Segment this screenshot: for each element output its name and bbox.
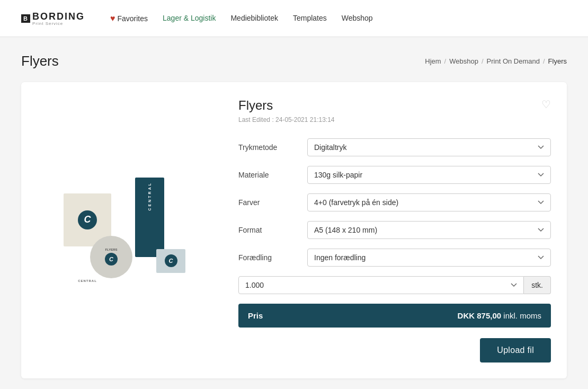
breadcrumb-sep-1: / bbox=[444, 57, 447, 65]
mock-circle: FLYERS C bbox=[90, 236, 132, 278]
foraedling-row: Forædling Ingen forædling Mat laminering… bbox=[238, 249, 551, 267]
breadcrumb-webshop[interactable]: Webshop bbox=[449, 57, 478, 65]
upload-button[interactable]: Upload fil bbox=[480, 338, 551, 363]
price-amount: DKK 875,00 bbox=[458, 311, 502, 320]
price-label: Pris bbox=[248, 311, 263, 320]
mock-c-small-2: C bbox=[165, 254, 177, 267]
farver-row: Farver 4+0 (farvetryk på én side) 4+4 (f… bbox=[238, 193, 551, 211]
breadcrumb: Hjem / Webshop / Print On Demand / Flyer… bbox=[425, 57, 567, 65]
format-label: Format bbox=[238, 226, 307, 234]
trykmetode-row: Trykmetode Digitaltryk Offsettryk bbox=[238, 138, 551, 156]
logo-b: B bbox=[21, 14, 30, 23]
mock-tall-box: CENTRAL bbox=[135, 178, 164, 257]
logo-name: BORDING bbox=[32, 11, 85, 22]
price-value: DKK 875,00 inkl. moms bbox=[458, 311, 541, 320]
breadcrumb-hjem[interactable]: Hjem bbox=[425, 57, 441, 65]
quantity-select[interactable]: 250 500 1.000 2.000 5.000 bbox=[238, 276, 524, 294]
mock-label-area: CENTRAL bbox=[64, 275, 111, 284]
quantity-unit: stk. bbox=[524, 276, 551, 294]
breadcrumb-print-on-demand[interactable]: Print On Demand bbox=[487, 57, 540, 65]
format-row: Format A5 (148 x 210 mm) A4 (210 x 297 m… bbox=[238, 221, 551, 239]
mock-label: CENTRAL bbox=[78, 279, 97, 282]
product-name: Flyers bbox=[238, 98, 551, 113]
upload-btn-row: Upload fil bbox=[238, 338, 551, 363]
mock-small-box: C bbox=[156, 249, 185, 273]
header: B BORDING Print Service ♥ Favorites Lage… bbox=[0, 0, 588, 37]
farver-label: Farver bbox=[238, 198, 307, 207]
price-suffix: inkl. moms bbox=[503, 311, 541, 320]
mock-c-logo: C bbox=[78, 210, 97, 229]
breadcrumb-sep-2: / bbox=[482, 57, 484, 65]
product-image: C CENTRAL FLYERS C C bbox=[58, 178, 196, 284]
trykmetode-select[interactable]: Digitaltryk Offsettryk bbox=[307, 138, 551, 156]
favorite-button[interactable]: ♡ bbox=[541, 98, 551, 111]
last-edited: Last Edited : 24-05-2021 21:13:14 bbox=[238, 116, 551, 123]
materiale-select[interactable]: 130g silk-papir 170g silk-papir 90g offs… bbox=[307, 166, 551, 184]
foraedling-select[interactable]: Ingen forædling Mat laminering Blank lam… bbox=[307, 249, 551, 267]
mock-tall-text: CENTRAL bbox=[148, 182, 152, 210]
page-header: Flyers Hjem / Webshop / Print On Demand … bbox=[21, 53, 567, 69]
materiale-label: Materiale bbox=[238, 171, 307, 179]
foraedling-label: Forædling bbox=[238, 253, 307, 262]
product-image-area: C CENTRAL FLYERS C C bbox=[37, 98, 217, 363]
page-title: Flyers bbox=[21, 53, 59, 69]
last-edited-label: Last Edited : bbox=[238, 116, 274, 123]
nav-templates[interactable]: Templates bbox=[293, 12, 327, 25]
quantity-row: 250 500 1.000 2.000 5.000 stk. bbox=[238, 276, 551, 294]
mock-c-small: C bbox=[105, 253, 118, 266]
format-select[interactable]: A5 (148 x 210 mm) A4 (210 x 297 mm) A6 (… bbox=[307, 221, 551, 239]
page-wrapper: Flyers Hjem / Webshop / Print On Demand … bbox=[0, 37, 588, 389]
nav-mediebibliotek[interactable]: Mediebibliotek bbox=[230, 12, 278, 25]
nav-favorites-label: Favorites bbox=[117, 14, 148, 23]
main-nav: ♥ Favorites Lager & Logistik Mediebiblio… bbox=[110, 12, 373, 25]
heart-icon: ♥ bbox=[110, 14, 115, 23]
trykmetode-label: Trykmetode bbox=[238, 143, 307, 152]
last-edited-value: 24-05-2021 21:13:14 bbox=[275, 116, 334, 123]
breadcrumb-sep-3: / bbox=[543, 57, 545, 65]
nav-lager[interactable]: Lager & Logistik bbox=[163, 12, 216, 25]
product-details: ♡ Flyers Last Edited : 24-05-2021 21:13:… bbox=[238, 98, 551, 363]
farver-select[interactable]: 4+0 (farvetryk på én side) 4+4 (farvetry… bbox=[307, 193, 551, 211]
logo: B BORDING Print Service bbox=[21, 11, 85, 26]
materiale-row: Materiale 130g silk-papir 170g silk-papi… bbox=[238, 166, 551, 184]
price-bar: Pris DKK 875,00 inkl. moms bbox=[238, 304, 551, 328]
breadcrumb-current: Flyers bbox=[548, 57, 567, 65]
product-card: C CENTRAL FLYERS C C bbox=[21, 82, 567, 378]
nav-favorites[interactable]: ♥ Favorites bbox=[110, 14, 148, 23]
nav-webshop[interactable]: Webshop bbox=[342, 12, 373, 25]
